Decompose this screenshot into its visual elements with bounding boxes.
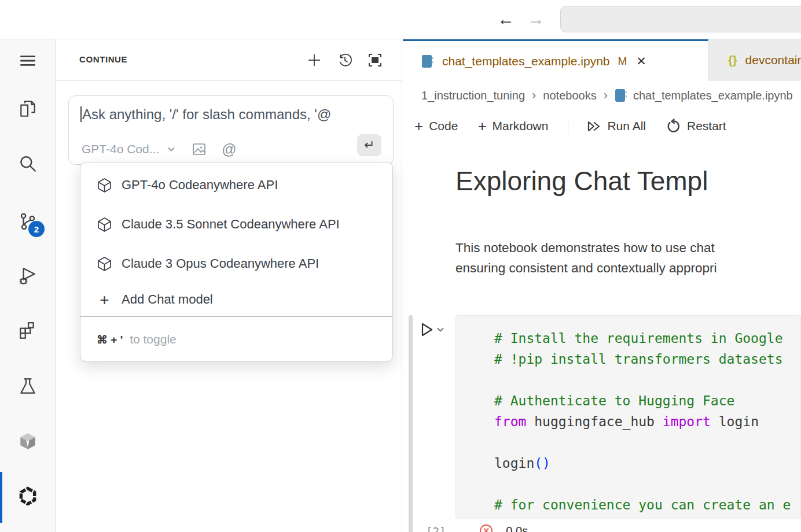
testing-flask-icon[interactable] bbox=[18, 376, 38, 396]
text-cursor bbox=[80, 106, 82, 122]
toolbar-divider bbox=[568, 118, 568, 134]
command-center-searchbox[interactable] bbox=[560, 6, 801, 32]
model-cube-icon bbox=[97, 256, 112, 272]
cell-code[interactable]: # Install the requirements in Google# !p… bbox=[456, 316, 800, 515]
paragraph-line: ensuring consistent and contextually app… bbox=[455, 258, 801, 278]
restart-label: Restart bbox=[687, 119, 726, 133]
add-code-cell-button[interactable]: + Code bbox=[414, 119, 458, 133]
restart-button[interactable]: Restart bbox=[666, 119, 726, 134]
tab-devcontainer[interactable]: {} devcontainer.json bbox=[708, 39, 801, 81]
add-chat-model-item[interactable]: + Add Chat model bbox=[80, 282, 392, 317]
shortcut-keys: ⌘ + ' bbox=[97, 333, 123, 346]
run-cell-button[interactable] bbox=[418, 320, 446, 339]
add-context-at-icon[interactable]: @ bbox=[222, 142, 236, 157]
title-bar: ← → bbox=[0, 0, 801, 39]
explorer-files-icon[interactable] bbox=[18, 99, 38, 119]
breadcrumb-item-folder[interactable]: 1_instruction_tuning bbox=[421, 89, 525, 102]
attach-image-icon[interactable] bbox=[192, 142, 207, 157]
error-icon bbox=[479, 524, 493, 532]
notebook-markdown-paragraph: This notebook demonstrates how to use ch… bbox=[455, 238, 801, 278]
execution-duration: 0.0s bbox=[506, 524, 528, 532]
forward-arrow-icon[interactable]: → bbox=[525, 8, 547, 30]
model-option-label: Claude 3 Opus Codeanywhere API bbox=[122, 256, 319, 271]
toggle-shortcut-row: ⌘ + ' to toggle bbox=[80, 317, 392, 361]
notebook-file-icon bbox=[615, 88, 627, 102]
dev-container-cube-icon[interactable] bbox=[18, 431, 38, 451]
chat-input-placeholder: Ask anything, '/' for slash commands, '@ bbox=[80, 106, 331, 123]
tab-strip: chat_templates_example.ipynb M ✕ {} devc… bbox=[403, 39, 801, 81]
model-option-gpt4o[interactable]: GPT-4o Codeanywhere API bbox=[80, 167, 392, 203]
continue-logo-icon[interactable] bbox=[18, 486, 40, 508]
history-icon[interactable] bbox=[337, 53, 352, 68]
close-icon[interactable]: ✕ bbox=[636, 54, 646, 68]
chevron-down-icon bbox=[435, 324, 446, 335]
add-markdown-cell-button[interactable]: + Markdown bbox=[477, 119, 548, 133]
chevron-down-icon[interactable] bbox=[166, 144, 177, 154]
model-selector-row: GPT-4o Cod... @ bbox=[82, 139, 237, 160]
cell-focus-bar bbox=[409, 315, 413, 532]
extensions-icon[interactable] bbox=[18, 321, 38, 341]
run-all-label: Run All bbox=[607, 119, 646, 133]
run-all-button[interactable]: Run All bbox=[586, 119, 646, 134]
chevron-right-icon: › bbox=[532, 88, 536, 103]
panel-title: CONTINUE bbox=[79, 54, 127, 64]
shortcut-hint: to toggle bbox=[130, 332, 177, 346]
execution-count: [2] bbox=[426, 525, 446, 532]
model-selector[interactable]: GPT-4o Cod... bbox=[82, 142, 159, 156]
fullscreen-icon[interactable] bbox=[368, 53, 383, 68]
app-window: ← → 2 bbox=[0, 0, 801, 532]
modified-badge: M bbox=[618, 55, 627, 68]
source-control-badge: 2 bbox=[28, 221, 45, 237]
run-debug-icon[interactable] bbox=[18, 266, 38, 286]
notebook-toolbar: + Code + Markdown Run All Restart bbox=[414, 110, 746, 142]
tab-chat-templates-notebook[interactable]: chat_templates_example.ipynb M ✕ bbox=[403, 39, 708, 81]
model-dropdown: GPT-4o Codeanywhere API Claude 3.5 Sonne… bbox=[80, 162, 393, 361]
new-session-plus-icon[interactable] bbox=[307, 53, 322, 68]
search-icon[interactable] bbox=[18, 154, 38, 173]
model-option-label: GPT-4o Codeanywhere API bbox=[122, 178, 278, 193]
menu-hamburger-icon[interactable] bbox=[18, 51, 38, 71]
add-chat-model-label: Add Chat model bbox=[122, 292, 213, 307]
breadcrumb: 1_instruction_tuning › notebooks › chat_… bbox=[421, 81, 801, 110]
add-markdown-label: Markdown bbox=[493, 119, 549, 133]
model-option-claude-3-opus[interactable]: Claude 3 Opus Codeanywhere API bbox=[80, 246, 392, 282]
paragraph-line: This notebook demonstrates how to use ch… bbox=[455, 238, 801, 258]
tab-label: chat_templates_example.ipynb bbox=[442, 54, 610, 68]
plus-icon: + bbox=[97, 292, 112, 308]
breadcrumb-item-folder[interactable]: notebooks bbox=[543, 89, 596, 102]
notebook-file-icon bbox=[421, 54, 434, 68]
add-code-label: Code bbox=[429, 119, 458, 133]
notebook-markdown-heading: Exploring Chat Templ bbox=[455, 165, 801, 197]
cell-status-bar: [2] 0.0s bbox=[403, 523, 801, 532]
plus-icon: + bbox=[477, 119, 486, 133]
editor-area: chat_templates_example.ipynb M ✕ {} devc… bbox=[403, 39, 801, 532]
json-file-icon: {} bbox=[728, 54, 737, 67]
model-option-claude-35-sonnet[interactable]: Claude 3.5 Sonnet Codeanywhere API bbox=[80, 206, 392, 242]
active-view-indicator bbox=[0, 472, 2, 523]
activity-bar: 2 bbox=[0, 39, 56, 532]
model-cube-icon bbox=[97, 217, 112, 232]
chevron-right-icon: › bbox=[604, 88, 608, 103]
model-cube-icon bbox=[97, 178, 112, 193]
tab-label: devcontainer.json bbox=[745, 53, 801, 67]
breadcrumb-item-file[interactable]: chat_templates_example.ipynb bbox=[633, 89, 793, 102]
restart-icon bbox=[666, 119, 681, 134]
back-arrow-icon[interactable]: ← bbox=[495, 8, 517, 30]
continue-panel: CONTINUE Ask anything, '/' for slash com… bbox=[56, 39, 402, 532]
code-cell[interactable]: # Install the requirements in Google# !p… bbox=[455, 315, 801, 519]
send-enter-button[interactable]: ↵ bbox=[357, 134, 381, 156]
continue-panel-header: CONTINUE bbox=[56, 39, 402, 81]
chat-input-box[interactable]: Ask anything, '/' for slash commands, '@… bbox=[68, 95, 394, 165]
model-option-label: Claude 3.5 Sonnet Codeanywhere API bbox=[122, 217, 340, 232]
run-all-icon bbox=[586, 119, 601, 134]
plus-icon: + bbox=[414, 119, 423, 133]
